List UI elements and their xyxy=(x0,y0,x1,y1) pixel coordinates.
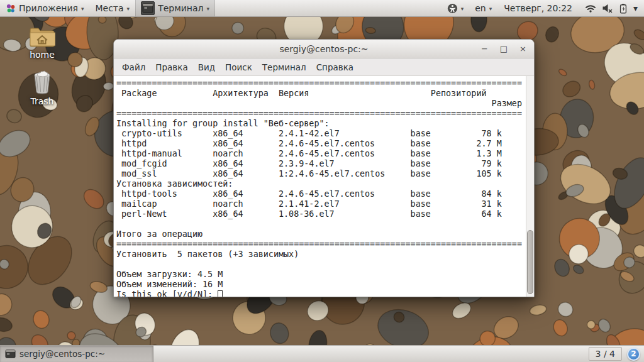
terminal-task-icon xyxy=(5,349,16,359)
window-titlebar[interactable]: sergiy@centos-pc:~ − □ × xyxy=(114,40,534,58)
home-folder-icon xyxy=(16,25,69,48)
applications-menu[interactable]: Приложения ▾ xyxy=(0,0,89,16)
menu-view[interactable]: Вид xyxy=(193,60,220,75)
menu-help[interactable]: Справка xyxy=(311,60,358,75)
menu-file[interactable]: Файл xyxy=(117,60,150,75)
chevron-down-icon: ▾ xyxy=(127,4,130,12)
workspace-indicator[interactable]: 3 / 4 xyxy=(589,347,622,361)
active-app-label: Терминал xyxy=(158,3,203,13)
desktop-icon-home[interactable]: home xyxy=(16,25,69,60)
terminal-scrollbar[interactable] xyxy=(526,76,534,297)
window-controls: − □ × xyxy=(481,40,526,58)
volume-muted-icon xyxy=(602,3,613,13)
chevron-down-icon: ▾ xyxy=(461,4,464,12)
trash-icon xyxy=(16,70,69,94)
close-button[interactable]: × xyxy=(519,45,526,53)
places-menu[interactable]: Места ▾ xyxy=(89,0,135,16)
terminal-app-icon xyxy=(141,1,155,15)
chevron-down-icon: ▾ xyxy=(633,3,638,13)
battery-charging-icon xyxy=(619,3,628,14)
notification-badge[interactable]: 2 xyxy=(627,348,640,361)
minimize-button[interactable]: − xyxy=(481,45,488,53)
chevron-down-icon: ▾ xyxy=(489,4,492,12)
accessibility-icon xyxy=(447,3,458,14)
taskbar-item-terminal[interactable]: sergiy@centos-pc:~ xyxy=(0,346,153,362)
active-app-menu[interactable]: Терминал ▾ xyxy=(135,0,215,16)
taskbar-item-label: sergiy@centos-pc:~ xyxy=(19,349,105,359)
top-panel: Приложения ▾ Места ▾ Терминал ▾ ▾ en xyxy=(0,0,644,17)
language-label: en xyxy=(475,3,486,13)
chevron-down-icon: ▾ xyxy=(207,4,210,12)
terminal-cursor xyxy=(218,290,223,297)
terminal-window: sergiy@centos-pc:~ − □ × Файл Правка Вид… xyxy=(113,39,535,297)
terminal-menubar: Файл Правка Вид Поиск Терминал Справка xyxy=(114,58,534,76)
applications-label: Приложения xyxy=(19,3,78,13)
desktop-icon-trash[interactable]: Trash xyxy=(16,70,69,106)
places-label: Места xyxy=(95,3,123,13)
terminal-screen[interactable]: ========================================… xyxy=(114,76,534,297)
accessibility-menu[interactable]: ▾ xyxy=(441,0,470,16)
desktop-icon-label: home xyxy=(16,50,69,60)
top-panel-right: ▾ en ▾ Четверг, 20:22 ▾ xyxy=(441,0,644,16)
status-icons[interactable]: ▾ xyxy=(579,3,644,14)
scrollbar-thumb[interactable] xyxy=(527,230,533,294)
bottom-panel-right: 3 / 4 2 xyxy=(589,346,644,362)
bottom-panel: sergiy@centos-pc:~ 3 / 4 2 xyxy=(0,345,644,362)
desktop-icon-label: Trash xyxy=(16,96,69,106)
menu-edit[interactable]: Правка xyxy=(150,60,192,75)
menu-search[interactable]: Поиск xyxy=(220,60,257,75)
window-title: sergiy@centos-pc:~ xyxy=(279,44,368,54)
clock[interactable]: Четверг, 20:22 xyxy=(497,3,579,13)
applications-icon xyxy=(6,3,16,13)
menu-terminal[interactable]: Терминал xyxy=(257,60,311,75)
terminal-output: ========================================… xyxy=(114,76,534,297)
chevron-down-icon: ▾ xyxy=(81,4,84,12)
wifi-icon xyxy=(585,3,596,13)
maximize-button[interactable]: □ xyxy=(500,45,508,53)
language-menu[interactable]: en ▾ xyxy=(469,0,497,16)
